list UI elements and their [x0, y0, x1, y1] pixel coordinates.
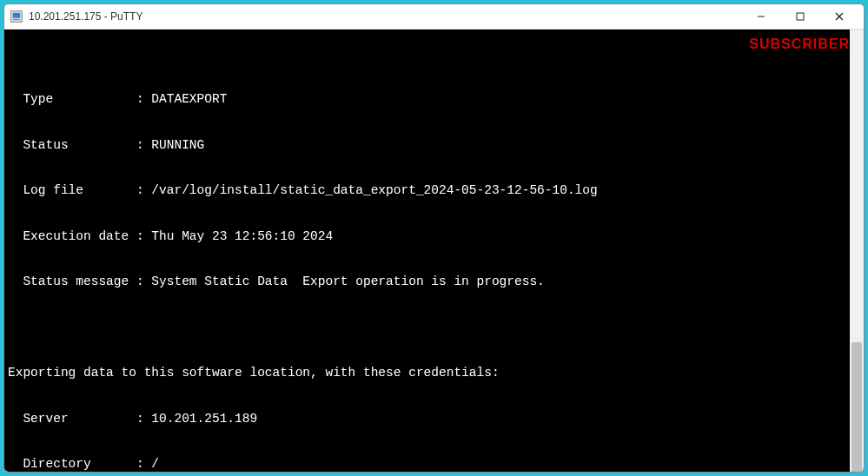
outer-frame: 10.201.251.175 - PuTTY SUBSCRIBER Type :… — [0, 0, 868, 476]
maximize-button[interactable] — [780, 4, 819, 29]
terminal-area[interactable]: SUBSCRIBER Type : DATAEXPORT Status : RU… — [4, 30, 864, 472]
close-button[interactable] — [819, 4, 858, 29]
field-label: Status : — [8, 138, 151, 152]
field-value: Thu May 23 12:56:10 2024 — [151, 229, 333, 243]
field-label: Log file : — [8, 183, 151, 197]
titlebar: 10.201.251.175 - PuTTY — [4, 4, 864, 30]
field-value: DATAEXPORT — [151, 92, 227, 106]
scrollbar-thumb[interactable] — [851, 342, 862, 472]
svg-rect-4 — [797, 13, 804, 20]
output-line: Directory : / — [8, 457, 860, 472]
field-value: / — [151, 457, 159, 471]
svg-rect-1 — [13, 13, 21, 18]
output-line: Exporting data to this software location… — [8, 366, 860, 381]
field-label: Directory : — [8, 457, 151, 471]
svg-rect-2 — [13, 19, 21, 21]
window-title: 10.201.251.175 - PuTTY — [29, 10, 142, 23]
vertical-scrollbar[interactable] — [850, 30, 864, 472]
field-label: Execution date : — [8, 229, 151, 243]
output-line: Status : RUNNING — [8, 138, 860, 154]
output-line: Log file : /var/log/install/static_data_… — [8, 183, 860, 199]
field-label: Type : — [8, 92, 151, 106]
putty-icon — [10, 10, 23, 23]
blank-line — [8, 321, 860, 336]
field-label: Server : — [8, 412, 151, 426]
output-line: Type : DATAEXPORT — [8, 92, 860, 108]
field-value: /var/log/install/static_data_export_2024… — [151, 183, 597, 197]
export-heading: Exporting data to this software location… — [8, 366, 500, 380]
field-value: RUNNING — [151, 138, 204, 152]
minimize-button[interactable] — [741, 4, 780, 29]
field-value: 10.201.251.189 — [151, 412, 257, 426]
output-line: Status message : System Static Data Expo… — [8, 274, 860, 290]
field-label: Status message : — [8, 274, 151, 288]
subscriber-label: SUBSCRIBER — [749, 36, 850, 52]
putty-window: 10.201.251.175 - PuTTY SUBSCRIBER Type :… — [3, 3, 865, 473]
output-line: Execution date : Thu May 23 12:56:10 202… — [8, 229, 860, 245]
field-value: System Static Data Export operation is i… — [151, 274, 544, 288]
output-line: Server : 10.201.251.189 — [8, 412, 860, 427]
